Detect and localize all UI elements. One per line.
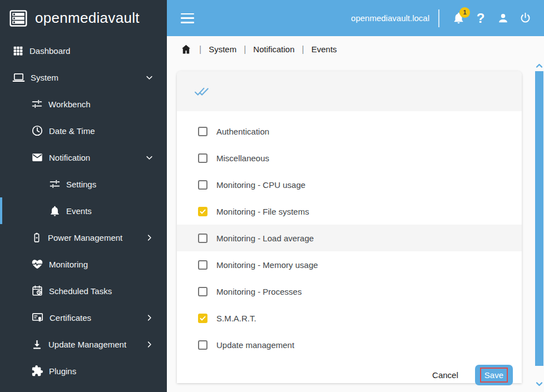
battery-icon xyxy=(31,231,42,244)
menu-icon[interactable] xyxy=(181,13,194,23)
option-label: Monitoring - File systems xyxy=(216,207,309,216)
checkbox-update-management[interactable] xyxy=(198,340,207,350)
sidebar-item-events[interactable]: Events xyxy=(0,197,167,224)
certificate-icon xyxy=(31,311,44,324)
power-icon xyxy=(519,12,532,24)
option-row-monitoring-file-systems[interactable]: Monitoring - File systems xyxy=(177,198,522,225)
sidebar: openmediavault DashboardSystemWorkbenchD… xyxy=(0,0,167,392)
option-row-authentication[interactable]: Authentication xyxy=(177,118,522,145)
cancel-button[interactable]: Cancel xyxy=(423,366,467,384)
sidebar-item-label: System xyxy=(31,73,58,82)
breadcrumb-items: |System|Notification|Events xyxy=(199,44,337,54)
events-panel: AuthenticationMiscellaneousMonitoring - … xyxy=(177,71,522,383)
topbar: openmediavault.local 1 ? xyxy=(167,0,544,36)
option-row-s-m-a-r-t[interactable]: S.M.A.R.T. xyxy=(177,305,522,331)
option-label: Monitoring - CPU usage xyxy=(216,180,305,190)
option-label: S.M.A.R.T. xyxy=(216,314,256,323)
user-button[interactable] xyxy=(494,9,511,28)
chevron-right-icon xyxy=(145,314,154,322)
app-window: openmediavault DashboardSystemWorkbenchD… xyxy=(0,0,544,392)
breadcrumb-item-notification[interactable]: Notification xyxy=(253,44,294,54)
sidebar-item-workbench[interactable]: Workbench xyxy=(0,91,167,117)
sidebar-item-update-management[interactable]: Update Management xyxy=(0,331,167,358)
sidebar-item-label: Power Management xyxy=(48,233,122,242)
option-row-monitoring-processes[interactable]: Monitoring - Processes xyxy=(177,278,522,305)
sidebar-item-label: Plugins xyxy=(49,366,76,376)
checkbox-monitoring-memory-usage[interactable] xyxy=(198,260,207,270)
puzzle-icon xyxy=(31,365,43,377)
sidebar-item-date-time[interactable]: Date & Time xyxy=(0,117,167,144)
mail-icon xyxy=(31,151,43,163)
chevron-down-icon xyxy=(145,153,154,162)
notification-badge: 1 xyxy=(459,7,470,18)
option-row-monitoring-memory-usage[interactable]: Monitoring - Memory usage xyxy=(177,251,522,278)
main-area: openmediavault.local 1 ? xyxy=(167,0,544,392)
option-label: Monitoring - Memory usage xyxy=(216,260,318,270)
sidebar-item-label: Update Management xyxy=(48,340,126,349)
chevron-right-icon xyxy=(145,234,154,242)
option-row-update-management[interactable]: Update management xyxy=(177,331,522,358)
sidebar-item-monitoring[interactable]: Monitoring xyxy=(0,251,167,277)
breadcrumb-separator: | xyxy=(199,44,201,54)
breadcrumb-item-events[interactable]: Events xyxy=(311,44,337,54)
scroll-up-icon[interactable] xyxy=(536,62,543,69)
sidebar-item-scheduled-tasks[interactable]: Scheduled Tasks xyxy=(0,277,167,304)
topbar-divider xyxy=(438,9,439,27)
checkbox-monitoring-load-average[interactable] xyxy=(198,234,207,243)
chevron-right-icon xyxy=(145,340,154,349)
sidebar-item-label: Certificates xyxy=(50,313,91,322)
sidebar-item-dashboard[interactable]: Dashboard xyxy=(0,37,167,64)
chevron-down-icon xyxy=(145,73,154,82)
sidebar-item-settings[interactable]: Settings xyxy=(0,171,167,197)
hostname-label: openmediavault.local xyxy=(351,13,429,23)
checkbox-authentication[interactable] xyxy=(198,127,207,136)
checkbox-monitoring-file-systems[interactable] xyxy=(198,207,207,216)
option-label: Monitoring - Processes xyxy=(216,287,301,296)
scroll-down-icon[interactable] xyxy=(536,381,543,388)
breadcrumb-item-system[interactable]: System xyxy=(209,44,236,54)
sidebar-nav: DashboardSystemWorkbenchDate & TimeNotif… xyxy=(0,36,167,384)
sidebar-item-certificates[interactable]: Certificates xyxy=(0,304,167,331)
checkbox-monitoring-processes[interactable] xyxy=(198,287,207,296)
home-icon[interactable] xyxy=(180,43,192,55)
clock-icon xyxy=(31,125,43,137)
logo[interactable]: openmediavault xyxy=(0,0,167,36)
user-icon xyxy=(497,12,510,24)
sidebar-item-label: Date & Time xyxy=(49,126,95,136)
checkbox-miscellaneous[interactable] xyxy=(198,153,207,163)
option-row-monitoring-cpu-usage[interactable]: Monitoring - CPU usage xyxy=(177,171,522,198)
app-title: openmediavault xyxy=(35,9,140,27)
heart-pulse-icon xyxy=(31,258,43,270)
sidebar-item-notification[interactable]: Notification xyxy=(0,144,167,171)
checkbox-s-m-a-r-t[interactable] xyxy=(198,314,207,323)
toggle-all-button[interactable] xyxy=(190,80,212,102)
help-button[interactable]: ? xyxy=(472,9,489,28)
option-label: Update management xyxy=(216,340,294,350)
tune-icon xyxy=(49,178,61,190)
notifications-button[interactable]: 1 xyxy=(450,9,467,28)
content-area: |System|Notification|Events Authenticati… xyxy=(167,36,544,392)
option-row-monitoring-load-average[interactable]: Monitoring - Load average xyxy=(177,225,522,251)
sidebar-item-plugins[interactable]: Plugins xyxy=(0,358,167,384)
bell-icon xyxy=(49,205,61,217)
breadcrumb-separator: | xyxy=(244,44,246,54)
sidebar-item-label: Monitoring xyxy=(49,260,88,269)
sidebar-item-system[interactable]: System xyxy=(0,64,167,91)
option-label: Authentication xyxy=(216,127,269,136)
power-button[interactable] xyxy=(517,9,533,28)
option-label: Monitoring - Load average xyxy=(216,234,314,243)
option-row-miscellaneous[interactable]: Miscellaneous xyxy=(177,145,522,171)
sidebar-item-label: Events xyxy=(66,206,92,216)
sidebar-item-label: Dashboard xyxy=(29,46,70,56)
save-button-label: Save xyxy=(480,368,508,383)
sidebar-item-label: Settings xyxy=(66,180,96,189)
scrollbar[interactable] xyxy=(535,36,544,392)
sidebar-item-power-management[interactable]: Power Management xyxy=(0,224,167,251)
scrollbar-thumb[interactable] xyxy=(535,71,543,366)
checkbox-monitoring-cpu-usage[interactable] xyxy=(198,180,207,190)
help-icon: ? xyxy=(477,12,485,25)
breadcrumb: |System|Notification|Events xyxy=(167,36,544,62)
calendar-clock-icon xyxy=(31,285,43,297)
breadcrumb-separator: | xyxy=(302,44,304,54)
save-button[interactable]: Save xyxy=(475,365,513,385)
